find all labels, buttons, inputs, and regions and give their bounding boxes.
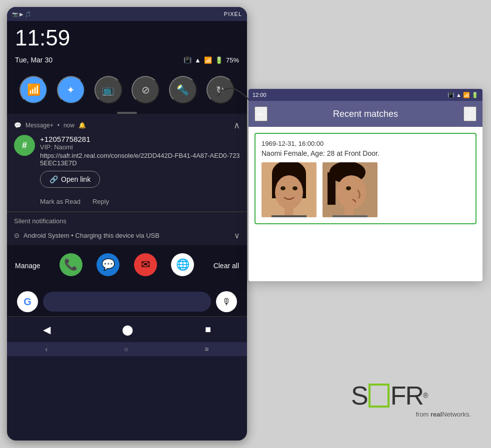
vibrate-icon: 📳 (184, 56, 192, 64)
notif-bell-icon: 🔔 (78, 122, 86, 129)
rm-status-icons: 📳 ▲ 📶 🔋 (448, 92, 478, 98)
pixel-home-gesture[interactable]: ○ (124, 345, 128, 353)
silent-item-left: ⊙ Android System • Charging this device … (14, 232, 160, 239)
qs-cast-btn[interactable]: 📺 (94, 76, 122, 104)
svg-point-5 (275, 175, 303, 209)
silent-item: ⊙ Android System • Charging this device … (14, 229, 240, 242)
manage-button[interactable]: Manage (15, 262, 40, 270)
safr-logo-text: S FR ® (351, 383, 471, 409)
open-link-button[interactable]: 🔗 Open link (40, 171, 100, 188)
match-info: Naomi Female, Age: 28 at Front Door. (262, 149, 470, 157)
google-g-icon[interactable]: G (17, 291, 38, 312)
gmail-app-icon[interactable]: ✉ (134, 253, 157, 276)
safr-a-box (368, 384, 390, 408)
cast-icon: 📺 (102, 84, 114, 96)
signal-icon: 📶 (204, 56, 212, 64)
rm-app-bar: ← Recent matches ⋮ (248, 101, 482, 127)
rm-title: Recent matches (268, 109, 464, 119)
battery-icon: 🔋 (215, 56, 223, 64)
chrome-app-icon[interactable]: 🌐 (171, 253, 194, 276)
google-search-bar[interactable] (43, 292, 211, 312)
match-timestamp: 1969-12-31, 16:00:00 (262, 140, 470, 147)
wifi-icon: ▲ (194, 56, 201, 64)
match-photo-2 (322, 162, 378, 217)
pixel-recents-gesture[interactable]: ≡ (204, 345, 208, 353)
pixel-back-gesture[interactable]: ‹ (45, 345, 48, 353)
silent-notifications-section: Silent notifications ⊙ Android System • … (7, 212, 247, 245)
qs-divider-pill (117, 112, 137, 114)
notif-sender: +12057758281 (40, 135, 240, 143)
svg-rect-12 (328, 172, 336, 205)
silent-title: Silent notifications (14, 217, 240, 225)
rm-more-button[interactable]: ⋮ (464, 106, 476, 121)
svg-point-7 (292, 186, 298, 190)
battery-icons: 📳 ▲ 📶 🔋 75% (184, 56, 239, 64)
face-svg-2 (322, 162, 378, 217)
rotate-icon: ↻ (216, 84, 224, 96)
notif-content: +12057758281 VIP: Naomi https://safr.int… (40, 135, 240, 167)
safr-f: FR (390, 383, 423, 409)
notif-header-left: 💬 Message+ • now 🔔 (14, 122, 86, 129)
silent-item-text: Android System • Charging this device vi… (24, 232, 160, 239)
open-link-label: Open link (61, 175, 90, 183)
google-mic-icon[interactable]: 🎙 (216, 291, 237, 312)
pixel-label: PIXEL (224, 11, 242, 17)
notif-dot: • (58, 122, 60, 129)
wifi-qs-icon: 📶 (27, 83, 40, 96)
recents-nav-button[interactable]: ■ (205, 324, 211, 335)
pixel-bottom-bar: ‹ ○ ≡ (7, 342, 247, 356)
safr-s: S (351, 383, 368, 409)
svg-rect-16 (332, 215, 368, 217)
match-photo-1 (262, 162, 316, 217)
safr-from-text: from realNetworks. (351, 411, 471, 418)
qs-wifi-btn[interactable]: 📶 (20, 76, 48, 104)
messages-app-icon[interactable]: 💬 (96, 253, 120, 276)
rm-back-button[interactable]: ← (254, 106, 268, 121)
flashlight-icon: 🔦 (176, 84, 189, 96)
notif-collapse-icon[interactable]: ∧ (234, 120, 240, 131)
notif-body: # +12057758281 VIP: Naomi https://safr.i… (14, 135, 240, 167)
notif-bottom: Manage 📞 💬 ✉ 🌐 Clear all (7, 245, 247, 286)
recent-matches-panel: 12:00 📳 ▲ 📶 🔋 ← Recent matches ⋮ 1969-12… (248, 89, 482, 281)
status-bar-right: PIXEL (224, 11, 242, 17)
notif-actions: Mark as Read Reply (14, 198, 240, 205)
safr-registered: ® (423, 392, 427, 399)
qs-flashlight-btn[interactable]: 🔦 (169, 76, 197, 104)
time-display: 11:59 (7, 21, 247, 53)
notif-message: https://safr.int2.real.com/console/e/22D… (40, 152, 240, 167)
android-phone: 📷 ▶ 🎵 PIXEL 11:59 Tue, Mar 30 📳 ▲ 📶 🔋 75… (7, 7, 247, 441)
qs-dnd-btn[interactable]: ⊘ (132, 76, 160, 104)
svg-point-6 (280, 186, 286, 190)
dnd-icon: ⊘ (142, 84, 150, 96)
qs-rotate-btn[interactable]: ↻ (206, 76, 234, 104)
safr-networks-text: Networks. (442, 411, 471, 418)
match-photos (262, 162, 470, 217)
avatar-letter: # (22, 140, 27, 151)
back-nav-button[interactable]: ◀ (43, 324, 50, 336)
svg-point-13 (336, 175, 366, 209)
status-icons: 📷 ▶ 🎵 (12, 11, 31, 17)
status-bar-left: 📷 ▶ 🎵 (12, 11, 31, 17)
date-battery-row: Tue, Mar 30 📳 ▲ 📶 🔋 75% (7, 53, 247, 71)
nav-bar: ◀ ⬤ ■ (7, 316, 247, 342)
clear-all-button[interactable]: Clear all (214, 262, 239, 270)
safr-real-text: real (430, 411, 442, 418)
rm-time: 12:00 (252, 92, 266, 98)
match-item: 1969-12-31, 16:00:00 Naomi Female, Age: … (254, 133, 476, 224)
date-label: Tue, Mar 30 (15, 56, 52, 64)
qs-bluetooth-btn[interactable]: ✦ (57, 76, 85, 104)
phone-app-icon[interactable]: 📞 (60, 253, 82, 276)
mark-as-read-button[interactable]: Mark as Read (40, 198, 80, 205)
notif-avatar: # (14, 135, 35, 156)
silent-expand-icon[interactable]: ∨ (234, 231, 240, 240)
battery-percent: 75% (226, 56, 239, 64)
message-notification: 💬 Message+ • now 🔔 ∧ # +12057758281 VIP:… (7, 114, 247, 212)
reply-button[interactable]: Reply (92, 198, 109, 205)
android-system-icon: ⊙ (14, 232, 20, 239)
bottom-app-icons: 📞 💬 ✉ 🌐 (40, 251, 214, 280)
home-nav-button[interactable]: ⬤ (122, 324, 133, 336)
notif-app-name: Message+ (26, 122, 54, 129)
svg-point-14 (346, 186, 351, 190)
open-link-icon: 🔗 (50, 175, 58, 183)
google-bar-area: G 🎙 (7, 286, 247, 316)
